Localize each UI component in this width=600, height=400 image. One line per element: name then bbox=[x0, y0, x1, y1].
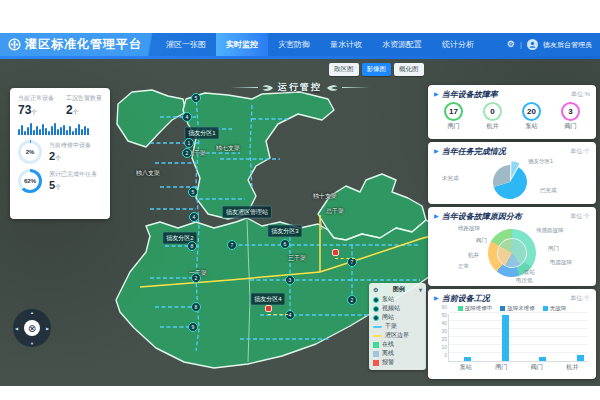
gauge-label: 机井 bbox=[487, 122, 499, 131]
compass-west-arrow[interactable]: ◀ bbox=[15, 326, 18, 331]
pie-slice-label: 德友分区1 bbox=[528, 158, 553, 165]
status-bar[interactable] bbox=[464, 357, 471, 361]
map-station-marker[interactable]: 2 bbox=[191, 273, 201, 283]
spark-bar bbox=[57, 129, 59, 135]
nav-item[interactable]: 水资源配置 bbox=[372, 33, 432, 56]
map-layer-tab[interactable]: 概化图 bbox=[394, 63, 424, 76]
topbar-right: ⚙ | 德友后台管理员 bbox=[507, 39, 600, 50]
spark-bar bbox=[24, 131, 26, 135]
map-station-marker[interactable]: 9 bbox=[188, 322, 198, 332]
status-bar[interactable] bbox=[539, 357, 546, 361]
map-layer-tab[interactable]: 政区图 bbox=[329, 63, 359, 76]
map-layer-tab[interactable]: 影像图 bbox=[362, 63, 392, 76]
compass-north-arrow[interactable]: ▲ bbox=[30, 310, 34, 315]
compass-east-arrow[interactable]: ▶ bbox=[46, 326, 49, 331]
spark-bar bbox=[30, 123, 32, 135]
nav-item[interactable]: 量水计收 bbox=[320, 33, 372, 56]
gauge-count: 5个 bbox=[49, 179, 97, 192]
user-name[interactable]: 德友后台管理员 bbox=[543, 40, 592, 50]
x-axis-category: 机井 bbox=[555, 362, 591, 372]
banner-line bbox=[342, 87, 370, 88]
sunburst-label: 线路故障 bbox=[458, 225, 480, 232]
nav-item[interactable]: 统计分析 bbox=[432, 33, 484, 56]
legend-label: 闸站 bbox=[382, 313, 394, 322]
sunburst-inner-ring[interactable] bbox=[497, 238, 527, 268]
page: 灌区标准化管理平台 灌区一张图实时监控灾害防御量水计收水资源配置统计分析 ⚙ |… bbox=[0, 0, 600, 400]
sunburst-label: 阀门 bbox=[476, 237, 487, 244]
y-axis-tick: 50 bbox=[441, 312, 447, 318]
compass-control[interactable]: ▲ ▼ ◀ ▶ ⊗ bbox=[13, 309, 51, 347]
settings-gear-icon[interactable]: ⚙ bbox=[507, 40, 515, 49]
map-channel-label: 三干渠 bbox=[288, 254, 306, 263]
panel-header: ▶ 当年设备故障率 单位:% bbox=[434, 88, 590, 100]
gridline bbox=[449, 312, 588, 313]
legend-gear-icon[interactable]: ⚙ bbox=[373, 286, 378, 293]
map-station-marker[interactable]: 7 bbox=[227, 240, 237, 250]
status-bar[interactable] bbox=[577, 355, 584, 361]
panel-arrow-icon: ▶ bbox=[434, 295, 439, 301]
spark-bar bbox=[21, 125, 23, 135]
sunburst-label: 传感器故障 bbox=[536, 227, 564, 234]
map-station-marker[interactable]: 1 bbox=[184, 138, 194, 148]
left-gauges: 2%当前维修中设备2个62%累计已完成年任务5个 bbox=[10, 135, 110, 193]
spark-bar bbox=[45, 128, 47, 135]
spark-bar bbox=[69, 126, 71, 135]
fault-rate-gauge: 20泵站 bbox=[522, 102, 541, 131]
map-station-marker[interactable]: 8 bbox=[187, 241, 197, 251]
gauge-label: 当前维修中设备 bbox=[49, 141, 91, 150]
legend-label: 离线 bbox=[382, 349, 394, 358]
map-station-marker[interactable]: 8 bbox=[191, 302, 201, 312]
pie-slice-label: 未完成 bbox=[442, 175, 459, 182]
status-bar[interactable] bbox=[502, 315, 509, 361]
legend-collapse-icon[interactable]: ▾ bbox=[419, 286, 422, 293]
panel-fault-causes: ▶ 当年设备故障原因分布 单位:个 线路故障传感器故障闸门电源故障电压低正常阀门… bbox=[428, 207, 596, 286]
gauge-count: 2个 bbox=[49, 150, 91, 163]
legend-label: 泵站 bbox=[382, 295, 394, 304]
map-legend: ⚙ 图例 ▾ 泵站视频站闸站干渠灌区边界在线离线报警 bbox=[369, 283, 426, 370]
user-avatar[interactable] bbox=[527, 39, 538, 50]
nav-item[interactable]: 实时监控 bbox=[216, 33, 268, 56]
nav-item[interactable]: 灾害防御 bbox=[268, 33, 320, 56]
sunburst-label: 电源故障 bbox=[550, 259, 572, 266]
map-region-label[interactable]: 德友分区3 bbox=[267, 225, 302, 238]
map-station-marker[interactable]: 5 bbox=[188, 187, 198, 197]
stat-alarm-count: 工况告警数量 2个 bbox=[66, 94, 102, 117]
map-station-marker[interactable]: 4 bbox=[189, 212, 199, 222]
legend-item: 视频站 bbox=[373, 304, 422, 313]
compass-south-arrow[interactable]: ▼ bbox=[30, 341, 34, 346]
legend-title: 图例 bbox=[393, 285, 405, 294]
y-axis-tick: 20 bbox=[441, 336, 447, 342]
map-station-marker[interactable]: 2 bbox=[182, 148, 192, 158]
map-station-marker[interactable]: 6 bbox=[280, 239, 290, 249]
legend-item: 闸站 bbox=[373, 313, 422, 322]
legend-items: 泵站视频站闸站干渠灌区边界在线离线报警 bbox=[373, 295, 422, 367]
fault-rate-gauge: 3阀门 bbox=[561, 102, 580, 131]
task-completion-pie: 已完成未完成德友分区1 bbox=[434, 157, 590, 203]
map-station-marker[interactable]: 3 bbox=[285, 275, 295, 285]
map-alert-marker[interactable] bbox=[332, 249, 339, 256]
fault-rate-gauges: 17闸门0机井20泵站3阀门 bbox=[434, 100, 590, 131]
legend-text: 故障未维修 bbox=[507, 305, 535, 312]
legend-item: 干渠 bbox=[373, 322, 422, 331]
map-station-marker[interactable]: 2 bbox=[347, 295, 357, 305]
gauge-ring: 2% bbox=[18, 140, 42, 164]
map-channel-label: 总干渠 bbox=[326, 207, 344, 216]
laurel-left-icon bbox=[262, 84, 274, 92]
map-region-label[interactable]: 德友灌区管理站 bbox=[222, 206, 272, 219]
map-station-marker[interactable]: 4 bbox=[182, 112, 192, 122]
map-station-marker[interactable]: 5 bbox=[191, 93, 201, 103]
nav-item[interactable]: 灌区一张图 bbox=[156, 33, 216, 56]
map-region-label[interactable]: 德友分区4 bbox=[250, 293, 285, 306]
pie-slice-label: 已完成 bbox=[540, 187, 557, 194]
map-station-marker[interactable]: 4 bbox=[285, 310, 295, 320]
device-stats-panel: 当前正常设备 73个 工况告警数量 2个 2%当前维修中设备2个62%累计已完成… bbox=[10, 88, 110, 219]
compass-center-button[interactable]: ⊗ bbox=[24, 320, 40, 336]
gridline bbox=[449, 328, 588, 329]
gauge-info: 累计已完成年任务5个 bbox=[49, 170, 97, 192]
gauge-percent: 62% bbox=[21, 172, 39, 190]
district-polygon-northwest[interactable] bbox=[117, 90, 186, 147]
map-alert-marker[interactable] bbox=[265, 305, 272, 312]
panel-title: 当年设备故障原因分布 bbox=[442, 211, 568, 222]
legend-label: 在线 bbox=[382, 340, 394, 349]
panel-header: ▶ 当前设备工况 单位:个 bbox=[434, 292, 590, 304]
